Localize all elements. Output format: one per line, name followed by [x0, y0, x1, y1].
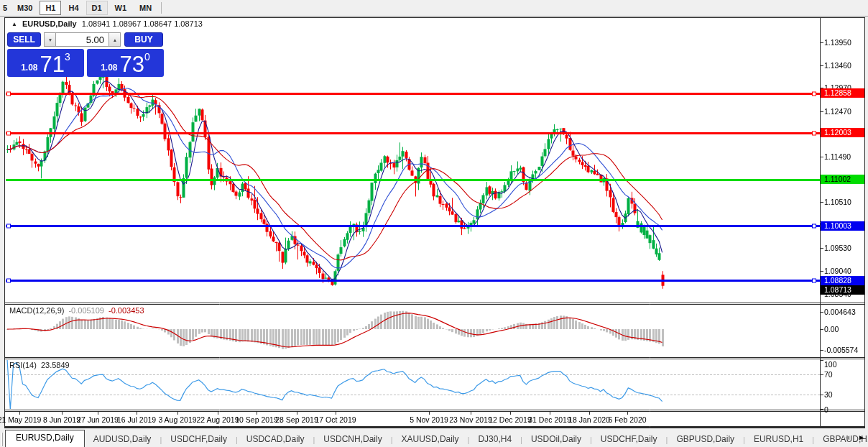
tabbar-grip-icon: [1, 433, 3, 446]
date-label: 12 Dec 2019: [489, 415, 532, 424]
macd-main-value: -0.005109: [68, 306, 104, 315]
sell-price-sup: 3: [65, 51, 70, 63]
last-price-tag: 1.08713: [821, 285, 864, 295]
tab-USDOil,Daily[interactable]: USDOil,Daily: [522, 432, 590, 447]
tab-USDCHF,Daily[interactable]: USDCHF,Daily: [162, 432, 236, 447]
date-label: 22 Aug 2019: [197, 415, 239, 424]
date-label: 8 Jun 2019: [43, 415, 80, 424]
date-label: 17 Oct 2019: [315, 415, 356, 424]
chart-tabbar: EURUSD,DailyAUDUSD,Daily|USDCHF,Daily|US…: [0, 429, 868, 447]
macd-name: MACD(12,26,9): [9, 306, 64, 315]
macd-signal-value: -0.003453: [108, 306, 144, 315]
macd-scale-label: 0.00: [824, 325, 839, 333]
sell-price-big: 71: [40, 53, 65, 75]
date-label: 6 Feb 2020: [608, 415, 646, 424]
buy-price-big: 73: [120, 53, 144, 75]
hline-1.08828[interactable]: [6, 278, 820, 283]
buy-price-sup: 0: [144, 51, 150, 63]
date-label: 5 Nov 2019: [410, 415, 448, 424]
one-click-trading-panel: SELL ▼ 5.00 ▲ BUY 1.08 71 3 1.08 73 0: [7, 32, 164, 77]
tab-AUDUSD,Daily[interactable]: AUDUSD,Daily: [85, 432, 160, 447]
tab-scroll-right-icon[interactable]: ►: [858, 433, 865, 443]
price-scale-label: 1.11490: [824, 152, 851, 161]
price-scale-label: 1.12470: [824, 107, 851, 116]
rsi-name: RSI(14): [9, 361, 37, 369]
chart-title: ▲ EURUSD,Daily 1.08941 1.08967 1.08647 1…: [11, 19, 203, 28]
price-scale-label: 1.09530: [824, 244, 851, 252]
tab-DJ30,H4[interactable]: DJ30,H4: [469, 432, 520, 447]
date-label: 3 Aug 2019: [158, 415, 196, 424]
volume-input[interactable]: 5.00: [56, 32, 108, 47]
hline-1.12858[interactable]: [6, 91, 820, 96]
tab-EURUSD,H1[interactable]: EURUSD,H1: [745, 432, 812, 447]
rsi-scale-label: 30: [824, 390, 833, 399]
buy-price-small: 1.08: [101, 63, 117, 73]
date-label: 21 May 2019: [0, 415, 41, 424]
rsi-label: RSI(14) 23.5849: [9, 361, 70, 369]
price-scale-label: 1.10510: [824, 198, 851, 206]
chevron-down-icon: ▼: [47, 37, 52, 42]
macd-scale-label: -0.005574: [824, 346, 858, 354]
tab-USDCHF,Daily[interactable]: USDCHF,Daily: [592, 432, 666, 447]
tab-EURUSD,Daily[interactable]: EURUSD,Daily: [5, 430, 85, 447]
price-tag-1.12003: 1.12003: [821, 128, 864, 137]
tab-scroll-left-icon[interactable]: ◄: [844, 433, 851, 443]
symbol-period-label: EURUSD,Daily: [22, 19, 77, 28]
price-tag-1.10003: 1.10003: [821, 221, 864, 231]
buy-button[interactable]: BUY: [124, 32, 163, 47]
rsi-scale-label: 100: [824, 360, 837, 369]
price-scale-label: 1.13460: [824, 61, 851, 70]
tab-XAUUSD,Daily[interactable]: XAUUSD,Daily: [393, 432, 468, 447]
date-label: 23 Nov 2019: [449, 415, 492, 424]
date-label: 28 Sep 2019: [275, 415, 318, 424]
panel-collapse-icon[interactable]: ▲: [11, 21, 17, 27]
date-label: 10 Sep 2019: [235, 415, 278, 424]
hline-1.10003[interactable]: [6, 224, 820, 229]
tab-GBPUSD,Daily[interactable]: GBPUSD,Daily: [668, 432, 743, 447]
hline-1.11002[interactable]: [6, 178, 820, 183]
ohlc-values: 1.08941 1.08967 1.08647 1.08713: [82, 19, 203, 28]
tab-USDCAD,Daily[interactable]: USDCAD,Daily: [238, 432, 313, 447]
date-label: 31 Dec 2019: [528, 415, 571, 424]
price-scale-label: 1.09040: [824, 267, 851, 275]
price-tag-1.12858: 1.12858: [821, 88, 864, 98]
hline-1.12003[interactable]: [6, 131, 820, 136]
date-label: 16 Jul 2019: [117, 415, 156, 424]
rsi-scale-label: 0: [824, 405, 828, 414]
macd-label: MACD(12,26,9) -0.005109 -0.003453: [9, 306, 144, 315]
price-scale-label: 1.13950: [824, 38, 851, 47]
sell-button[interactable]: SELL: [7, 32, 41, 47]
date-label: 18 Jan 2020: [568, 415, 610, 424]
rsi-scale-label: 70: [824, 370, 833, 379]
date-label: 27 Jun 2019: [77, 415, 119, 424]
tab-USDCNH,Daily[interactable]: USDCNH,Daily: [315, 432, 390, 447]
sell-price-box[interactable]: 1.08 71 3: [7, 49, 84, 77]
sell-price-small: 1.08: [21, 63, 37, 73]
macd-scale-label: 0.004643: [824, 308, 856, 316]
price-tag-1.08828: 1.08828: [821, 276, 864, 285]
price-tag-1.11002: 1.11002: [821, 175, 864, 184]
volume-increase-button[interactable]: ▲: [108, 32, 121, 47]
volume-decrease-button[interactable]: ▼: [44, 32, 56, 47]
buy-price-box[interactable]: 1.08 73 0: [87, 49, 164, 77]
chevron-up-icon: ▲: [112, 37, 116, 42]
rsi-value: 23.5849: [41, 361, 70, 369]
